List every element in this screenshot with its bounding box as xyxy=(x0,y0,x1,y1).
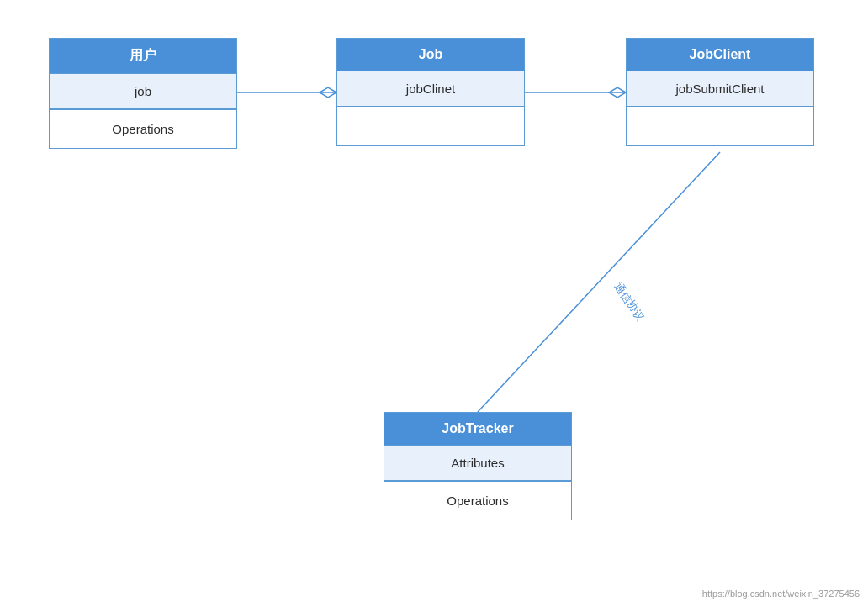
jobtracker-operations: Operations xyxy=(384,481,571,520)
job-title: Job xyxy=(337,39,524,71)
svg-line-4 xyxy=(478,152,720,412)
svg-marker-3 xyxy=(609,87,626,98)
jobclient-box: JobClient jobSubmitClient xyxy=(626,38,814,146)
svg-text:通信协议: 通信协议 xyxy=(612,280,648,323)
job-attribute: jobClinet xyxy=(337,71,524,107)
jobtracker-box: JobTracker Attributes Operations xyxy=(384,412,572,520)
svg-marker-1 xyxy=(320,87,336,98)
job-operations xyxy=(337,107,524,145)
job-box: Job jobClinet xyxy=(336,38,525,146)
jobclient-operations xyxy=(627,107,813,145)
watermark: https://blog.csdn.net/weixin_37275456 xyxy=(702,589,860,599)
yonghu-operations: Operations xyxy=(50,109,236,148)
jobclient-title: JobClient xyxy=(627,39,813,71)
yonghu-title: 用户 xyxy=(50,39,236,74)
jobtracker-attribute: Attributes xyxy=(384,446,571,481)
jobtracker-title: JobTracker xyxy=(384,413,571,446)
yonghu-box: 用户 job Operations xyxy=(49,38,237,149)
jobclient-attribute: jobSubmitClient xyxy=(627,71,813,107)
yonghu-attribute: job xyxy=(50,74,236,109)
diagram-container: 通信协议 用户 job Operations Job jobClinet Job… xyxy=(0,0,868,607)
